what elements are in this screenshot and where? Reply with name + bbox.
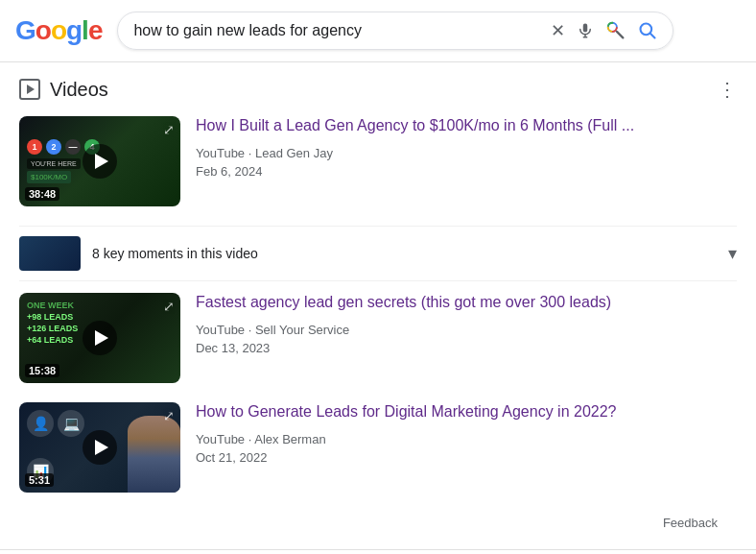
meta-separator-1: · xyxy=(248,146,255,160)
logo-letter-o2: o xyxy=(51,15,66,45)
step-1: 1 xyxy=(27,139,42,155)
video-info-2: Fastest agency lead gen secrets (this go… xyxy=(196,293,737,358)
step-dash: — xyxy=(65,139,81,155)
video-item: 1 2 — 4 YOU'RE HERE $100K/MO ⤢ 38:48 How… xyxy=(19,116,737,206)
play-triangle xyxy=(95,154,108,169)
video-channel-3: Alex Berman xyxy=(254,432,325,446)
video-channel-2: Sell Your Service xyxy=(255,323,349,337)
play-triangle-2 xyxy=(95,330,108,346)
play-button-overlay[interactable] xyxy=(83,144,117,179)
video-duration-3: 5:31 xyxy=(25,473,54,487)
video-title-2[interactable]: Fastest agency lead gen secrets (this go… xyxy=(196,293,737,313)
feedback-row: Feedback xyxy=(19,512,737,534)
money-goal-badge: $100K/MO xyxy=(27,171,71,183)
logo-letter-g2: g xyxy=(66,15,82,45)
search-action-icons: ✕ xyxy=(551,20,657,41)
thumb-icon-computer: 💻 xyxy=(58,410,84,437)
view-all-section: View all → xyxy=(0,549,756,554)
logo-letter-o1: o xyxy=(35,15,51,45)
key-moments-thumbnail xyxy=(19,236,81,271)
search-input[interactable] xyxy=(133,22,543,39)
logo-letter-e: e xyxy=(88,15,103,45)
play-button-overlay-3[interactable] xyxy=(83,430,117,465)
video-date-1: Feb 6, 2024 xyxy=(196,164,262,179)
search-bar[interactable]: ✕ xyxy=(117,12,673,50)
video-info-1: How I Built a Lead Gen Agency to $100K/m… xyxy=(196,116,737,181)
video-meta-2: YouTube · Sell Your Service Dec 13, 2023 xyxy=(196,321,737,358)
videos-section: Videos ⋮ 1 2 — 4 YOU'RE HERE $100K/MO ⤢ … xyxy=(0,62,756,549)
play-button-overlay-2[interactable] xyxy=(83,321,117,355)
key-moments-row[interactable]: 8 key moments in this video ▾ xyxy=(19,226,737,281)
video-date-2: Dec 13, 2023 xyxy=(196,341,270,355)
play-triangle-3 xyxy=(95,440,108,455)
video-source-2: YouTube xyxy=(196,323,245,337)
clear-search-button[interactable]: ✕ xyxy=(551,20,565,41)
voice-search-button[interactable] xyxy=(577,22,594,39)
key-moments-dropdown-icon[interactable]: ▾ xyxy=(728,243,737,264)
video-channel-1: Lead Gen Jay xyxy=(255,146,333,160)
expand-icon[interactable]: ⤢ xyxy=(163,122,175,137)
logo-letter-g: G xyxy=(15,15,35,45)
video-source-3: YouTube xyxy=(196,432,245,446)
logo-letter-l: l xyxy=(82,15,88,45)
video-info-3: How to Generate Leads for Digital Market… xyxy=(196,402,737,468)
feedback-link[interactable]: Feedback xyxy=(663,516,718,530)
google-logo[interactable]: Google xyxy=(15,15,102,46)
lens-search-button[interactable] xyxy=(605,20,626,41)
video-item-2: ONE WEEK +98 LEADS +126 LEADS +64 LEADS … xyxy=(19,293,737,383)
header: Google ✕ xyxy=(0,0,756,62)
video-date-3: Oct 21, 2022 xyxy=(196,450,267,465)
thumb-icon-person: 👤 xyxy=(27,410,54,437)
svg-line-9 xyxy=(650,34,655,38)
key-moments-label: 8 key moments in this video xyxy=(92,246,717,261)
lead-stat-1: ONE WEEK xyxy=(27,301,173,310)
video-duration-2: 15:38 xyxy=(25,364,59,377)
video-thumbnail-2[interactable]: ONE WEEK +98 LEADS +126 LEADS +64 LEADS … xyxy=(19,293,180,383)
video-item-3: 👤 💻 📊 ⤢ 5:31 How to Generate Leads for D… xyxy=(19,402,737,493)
video-thumbnail-3[interactable]: 👤 💻 📊 ⤢ 5:31 xyxy=(19,402,180,493)
svg-rect-0 xyxy=(583,24,588,33)
video-meta-1: YouTube · Lead Gen Jay Feb 6, 2024 xyxy=(196,144,737,181)
step-2: 2 xyxy=(46,139,61,155)
video-source-1: YouTube xyxy=(196,146,245,160)
play-triangle-icon xyxy=(27,84,35,94)
expand-icon-3[interactable]: ⤢ xyxy=(163,408,175,423)
svg-line-7 xyxy=(617,32,623,37)
you-are-here-label: YOU'RE HERE xyxy=(27,158,81,169)
video-duration-1: 38:48 xyxy=(25,187,59,201)
meta-separator-2: · xyxy=(248,323,255,337)
expand-icon-2[interactable]: ⤢ xyxy=(163,299,175,314)
section-title: Videos xyxy=(50,79,108,101)
more-options-icon[interactable]: ⋮ xyxy=(718,78,737,101)
video-title-3[interactable]: How to Generate Leads for Digital Market… xyxy=(196,402,737,422)
search-submit-button[interactable] xyxy=(638,21,657,40)
video-thumbnail-1[interactable]: 1 2 — 4 YOU'RE HERE $100K/MO ⤢ 38:48 xyxy=(19,116,180,206)
video-title-1[interactable]: How I Built a Lead Gen Agency to $100K/m… xyxy=(196,116,737,136)
person-thumbnail xyxy=(128,416,180,493)
video-section-icon xyxy=(19,79,40,100)
section-header: Videos ⋮ xyxy=(19,78,737,101)
video-meta-3: YouTube · Alex Berman Oct 21, 2022 xyxy=(196,430,737,468)
